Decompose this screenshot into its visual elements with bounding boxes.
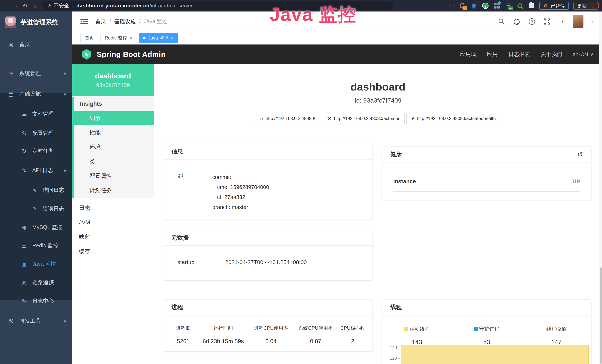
extension-y-icon[interactable]: y <box>482 2 489 10</box>
process-cpu-value: 0.04 <box>248 338 294 345</box>
wrench-icon: ⚒ <box>327 116 331 121</box>
sba-item-caches[interactable]: 缓存 <box>72 244 154 258</box>
breadcrumb-home[interactable]: 首页 <box>95 18 106 25</box>
tab-java-monitor[interactable]: Java 监控 × <box>139 33 178 43</box>
health-card: 健康 ↺ Instance UP <box>382 147 591 200</box>
sba-item-metrics[interactable]: 性能 <box>74 125 154 140</box>
sba-item-logs[interactable]: 日志 <box>72 201 154 215</box>
sba-item-config-props[interactable]: 配置属性 <box>74 169 154 183</box>
dashboard-icon <box>8 41 14 48</box>
divider <box>393 191 580 192</box>
sba-item-environment[interactable]: 环境 <box>74 140 154 154</box>
sidebar-item-jobs[interactable]: 定时任务 <box>0 143 72 158</box>
home-icon[interactable]: ⌂ <box>30 2 40 9</box>
extension-pin-icon[interactable] <box>470 2 478 10</box>
sidebar-item-log-center[interactable]: 日志中心 <box>0 294 72 308</box>
forward-icon[interactable]: → <box>10 2 20 9</box>
close-icon[interactable]: × <box>171 36 173 40</box>
history-icon[interactable]: ↺ <box>577 150 583 158</box>
extension-seo-icon[interactable] <box>516 2 524 10</box>
sba-item-scheduled-tasks[interactable]: 计划任务 <box>74 183 154 198</box>
database-icon <box>21 224 27 231</box>
avatar-caret-icon[interactable]: ▾ <box>592 19 594 24</box>
search-icon[interactable] <box>498 18 505 25</box>
page-scrollbar[interactable] <box>599 11 602 364</box>
app-header: 首页 / 基础设施 / Java 监控 ? <box>72 11 602 32</box>
sidebar-item-infra[interactable]: 基础设施 ∧ <box>0 86 72 101</box>
sidebar-item-dev-tools[interactable]: 研发工具 ∨ <box>0 314 72 328</box>
sba-brand[interactable]: Spring Boot Admin <box>81 49 166 60</box>
sba-item-mappings[interactable]: 映射 <box>72 230 154 244</box>
sba-link-applications[interactable]: 应用 <box>487 51 498 58</box>
chevron-down-icon: ∨ <box>590 52 593 57</box>
threads-legend: 活动线程 143 守护进程 53 线程峰值 147 <box>382 315 591 346</box>
sba-link-wallboard[interactable]: 应用墙 <box>460 51 476 58</box>
sidebar-item-access-log[interactable]: 访问日志 <box>0 183 72 197</box>
sidebar-item-config[interactable]: 配置管理 <box>0 126 72 140</box>
language-selector[interactable]: zh-CN ∨ <box>573 51 593 57</box>
health-card-title: 健康 <box>390 150 402 158</box>
reload-icon[interactable]: ↻ <box>20 2 30 9</box>
chevron-down-icon: ∨ <box>63 71 67 76</box>
breadcrumb-infra[interactable]: 基础设施 <box>114 18 136 25</box>
toolbar-extensions: ☆ 1 y ☰ on ☺ 已暂停 更新 ⋮ <box>449 2 602 10</box>
address-bar[interactable]: ⚠ 不安全 | dashboard.yudao.iocoder.cn /infr… <box>43 1 393 10</box>
log-icon <box>21 167 27 174</box>
chevron-up-icon: ∧ <box>63 168 67 173</box>
collapse-menu-icon[interactable] <box>80 18 88 25</box>
actuator-url-chip[interactable]: ⚒ http://192.168.0.2:48080/actuator <box>322 113 405 124</box>
health-instance-row: Instance UP <box>382 162 591 184</box>
paused-badge[interactable]: ☺ 已暂停 <box>539 2 569 10</box>
chevron-down-icon: ∨ <box>63 318 67 324</box>
scrollbar-thumb[interactable] <box>600 268 602 364</box>
close-icon[interactable]: × <box>130 36 132 40</box>
heartbeat-icon: ♥ <box>411 116 414 121</box>
info-card-title: 信息 <box>163 144 373 160</box>
chart-axis <box>400 342 402 345</box>
metadata-card: 元数据 startup 2021-04-27T00:44:31.254+08:0… <box>163 230 373 280</box>
font-size-icon[interactable]: TT <box>559 18 565 25</box>
extension-grid-icon[interactable] <box>493 2 501 10</box>
tab-redis-monitor[interactable]: Redis 监控 × <box>100 33 137 43</box>
sidebar-item-api-log[interactable]: API 日志 ∧ <box>0 163 72 178</box>
sba-link-journal[interactable]: 日志报表 <box>508 51 530 58</box>
user-avatar[interactable] <box>573 15 583 28</box>
fullscreen-icon[interactable] <box>544 18 551 25</box>
col-header-process-cpu: 进程CPU使用率 <box>248 325 294 331</box>
threads-card-title: 线程 <box>382 300 591 315</box>
update-button[interactable]: 更新 ⋮ <box>573 2 599 10</box>
sba-item-details[interactable]: 细节 <box>74 111 154 125</box>
extension-colorzilla-icon[interactable]: 1 <box>459 2 466 10</box>
log-icon <box>31 206 38 212</box>
sidebar-item-mysql[interactable]: MySQL 监控 <box>0 220 72 235</box>
sidebar-item-redis[interactable]: Redis 监控 <box>0 238 72 253</box>
tab-home[interactable]: 首页 <box>80 33 98 43</box>
extension-switch-icon[interactable]: ☰ on <box>505 2 512 10</box>
edit-icon <box>21 130 27 137</box>
sidebar-item-error-log[interactable]: 错误日志 <box>0 201 72 216</box>
bookmark-star-icon[interactable]: ☆ <box>449 2 455 9</box>
back-icon[interactable]: ← <box>0 2 10 9</box>
home-icon: ⌂ <box>260 116 263 121</box>
instance-header[interactable]: dashboard 93a3fc7f7409 <box>72 64 154 96</box>
sidebar-item-files[interactable]: 文件管理 <box>0 107 72 121</box>
sidebar-item-tracing[interactable]: 链路追踪 <box>0 275 72 290</box>
sidebar-item-java-monitor[interactable]: Java 监控 <box>0 257 72 271</box>
pid-value: 5261 <box>168 338 199 345</box>
sidebar-item-home[interactable]: 首页 <box>0 37 72 52</box>
help-icon[interactable]: ? <box>528 18 536 25</box>
sba-item-classes[interactable]: 类 <box>74 154 154 169</box>
sba-item-jvm[interactable]: JVM <box>72 215 154 230</box>
extension-puzzle-icon[interactable] <box>528 2 535 10</box>
service-url-chip[interactable]: ⌂ http://192.168.0.2:48080/ <box>255 113 320 124</box>
health-url-chip[interactable]: ♥ http://192.168.0.2:48080/actuator/heal… <box>406 113 501 124</box>
sba-link-about[interactable]: 关于我们 <box>541 51 562 58</box>
col-header-cpu-cores: CPU核心数 <box>337 325 368 331</box>
github-icon[interactable] <box>513 18 520 25</box>
monitor-icon <box>8 91 14 97</box>
info-key: git <box>172 172 212 212</box>
metadata-card-title: 元数据 <box>163 230 373 246</box>
sidebar-item-system[interactable]: 系统管理 ∨ <box>0 66 72 81</box>
info-card: 信息 git commit: time: 1596289704000 id: 2… <box>163 144 373 220</box>
java-monitor-icon <box>21 261 27 268</box>
